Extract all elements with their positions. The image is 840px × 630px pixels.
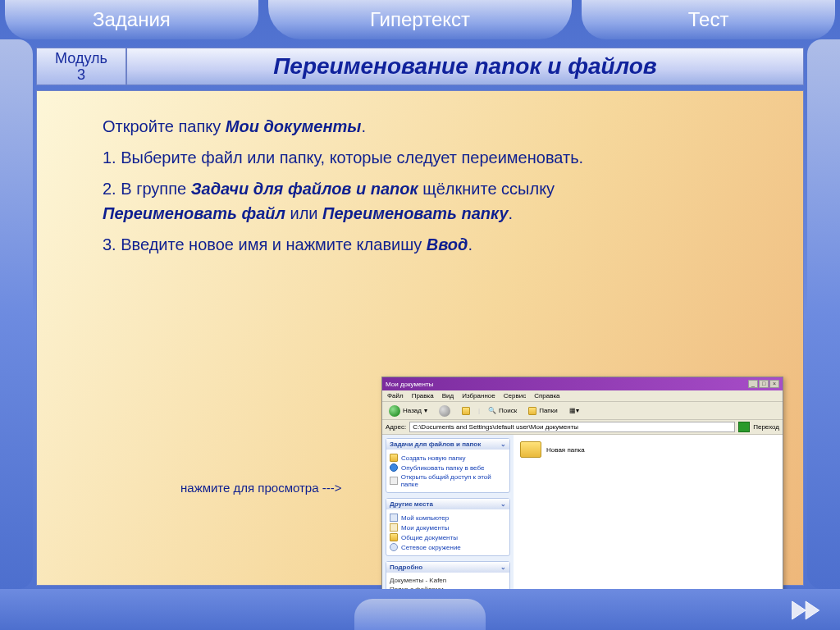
s3-em: Ввод <box>427 235 468 253</box>
menu-tools[interactable]: Сервис <box>504 392 526 399</box>
up-icon <box>462 407 470 415</box>
minimize-icon[interactable]: _ <box>748 380 758 388</box>
go-label: Переход <box>753 423 779 431</box>
folders-label: Папки <box>539 407 558 414</box>
s2-lead: 2. В группе <box>103 180 191 198</box>
address-input[interactable] <box>409 422 735 432</box>
task-share[interactable]: Открыть общий доступ к этой папке <box>390 473 506 488</box>
step-3: 3. Введите новое имя и нажмите клавишу В… <box>103 232 754 257</box>
s3-tail: . <box>468 235 472 253</box>
menu-fav[interactable]: Избранное <box>462 392 495 399</box>
explorer-addressbar[interactable]: Адрес: Переход <box>382 420 783 435</box>
folders-icon <box>528 407 536 415</box>
task-new-folder[interactable]: Создать новую папку <box>390 454 506 462</box>
place-label-1: Мои документы <box>401 524 449 532</box>
menu-file[interactable]: Файл <box>387 392 404 399</box>
content-area: Откройте папку Мои документы. 1. Выберит… <box>36 90 804 586</box>
s2-em1: Задачи для файлов и папок <box>191 180 418 198</box>
task-label-0: Создать новую папку <box>401 454 466 462</box>
task-label-1: Опубликовать папку в вебе <box>401 464 484 472</box>
shared-icon <box>390 533 398 541</box>
panel-details-title: Подробно <box>390 564 422 571</box>
s2-em2: Переименовать файл <box>103 204 285 222</box>
views-button[interactable]: ▦▾ <box>566 406 582 415</box>
panel-places-title: Другие места <box>390 500 433 508</box>
explorer-title-text: Мои документы <box>386 381 433 388</box>
folder-icon <box>390 454 398 462</box>
network-icon <box>390 543 398 551</box>
s2-mid: щёлкните ссылку <box>418 180 555 198</box>
panel-tasks: Задачи для файлов и папок⌄ Создать новую… <box>386 438 510 493</box>
bottom-bar <box>0 589 840 630</box>
module-number: 3 <box>77 66 85 83</box>
place-label-0: Мой компьютер <box>401 514 449 522</box>
outer-frame: Задания Гипертекст Тест Модуль 3 Переиме… <box>0 0 840 630</box>
window-buttons[interactable]: _□× <box>747 380 779 388</box>
s2-tail: . <box>509 204 514 222</box>
svg-marker-1 <box>806 601 819 619</box>
svg-marker-0 <box>792 601 806 619</box>
folders-button[interactable]: Папки <box>525 406 561 416</box>
task-label-2: Открыть общий доступ к этой папке <box>401 473 506 488</box>
up-button[interactable] <box>459 406 473 416</box>
preview-caption: нажмите для просмотра ---> <box>180 481 341 495</box>
panel-tasks-title: Задачи для файлов и папок <box>390 441 481 448</box>
collapse-icon[interactable]: ⌄ <box>500 441 506 448</box>
forward-icon <box>439 405 450 417</box>
right-rail <box>807 39 840 589</box>
collapse-icon[interactable]: ⌄ <box>500 500 506 508</box>
bottom-notch <box>354 599 486 630</box>
back-label: Назад <box>403 407 422 414</box>
folder-name: Новая папка <box>546 446 585 454</box>
step-1: 1. Выберите файл или папку, которые след… <box>103 145 754 170</box>
explorer-menubar[interactable]: Файл Правка Вид Избранное Сервис Справка <box>382 390 783 402</box>
menu-edit[interactable]: Правка <box>412 392 434 399</box>
intro-em: Мои документы <box>226 117 362 135</box>
module-label: Модуль <box>55 50 107 66</box>
back-button[interactable]: Назад ▾ <box>386 404 431 418</box>
search-label: Поиск <box>499 407 517 414</box>
s2-em3: Переименовать папку <box>322 204 509 222</box>
mydocs-icon <box>390 523 398 532</box>
menu-help[interactable]: Справка <box>534 392 559 399</box>
place-computer[interactable]: Мой компьютер <box>390 514 506 522</box>
place-network[interactable]: Сетевое окружение <box>390 543 506 551</box>
explorer-toolbar[interactable]: Назад ▾ | 🔍 Поиск Папки ▦▾ <box>382 402 783 420</box>
intro-line: Откройте папку Мои документы. <box>103 114 754 139</box>
search-button[interactable]: 🔍 Поиск <box>485 406 520 415</box>
s3-lead: 3. Введите новое имя и нажмите клавишу <box>103 235 427 253</box>
place-shared[interactable]: Общие документы <box>390 533 506 541</box>
tab-test[interactable]: Тест <box>582 0 835 39</box>
next-button[interactable] <box>789 597 825 623</box>
forward-button[interactable] <box>436 404 454 418</box>
back-icon <box>389 405 400 417</box>
place-label-2: Общие документы <box>401 534 458 541</box>
module-badge: Модуль 3 <box>36 48 126 85</box>
left-rail <box>0 39 33 589</box>
explorer-titlebar: Мои документы _□× <box>382 377 783 390</box>
computer-icon <box>390 514 398 522</box>
maximize-icon[interactable]: □ <box>759 380 769 388</box>
page-title: Переименование папок и файлов <box>126 48 804 85</box>
collapse-icon[interactable]: ⌄ <box>500 564 506 571</box>
menu-view[interactable]: Вид <box>442 392 454 399</box>
tab-tasks[interactable]: Задания <box>5 0 258 39</box>
step-2: 2. В группе Задачи для файлов и папок щё… <box>103 176 754 226</box>
tab-hypertext[interactable]: Гипертекст <box>268 0 573 39</box>
address-label: Адрес: <box>386 423 406 431</box>
folder-icon <box>520 441 541 458</box>
intro-lead: Откройте папку <box>103 117 226 135</box>
top-tabs: Задания Гипертекст Тест <box>0 0 840 39</box>
place-label-3: Сетевое окружение <box>401 544 461 551</box>
task-publish[interactable]: Опубликовать папку в вебе <box>390 463 506 472</box>
place-mydocs[interactable]: Мои документы <box>390 523 506 532</box>
details-line1: Документы - Kafen <box>390 577 506 584</box>
intro-tail: . <box>361 117 366 135</box>
close-icon[interactable]: × <box>769 380 779 388</box>
panel-places: Другие места⌄ Мой компьютер Мои документ… <box>386 498 510 556</box>
folder-item[interactable]: Новая папка <box>520 441 776 458</box>
web-icon <box>390 463 398 472</box>
s2-or: или <box>285 204 322 222</box>
go-button[interactable] <box>738 422 750 432</box>
share-icon <box>390 477 398 485</box>
